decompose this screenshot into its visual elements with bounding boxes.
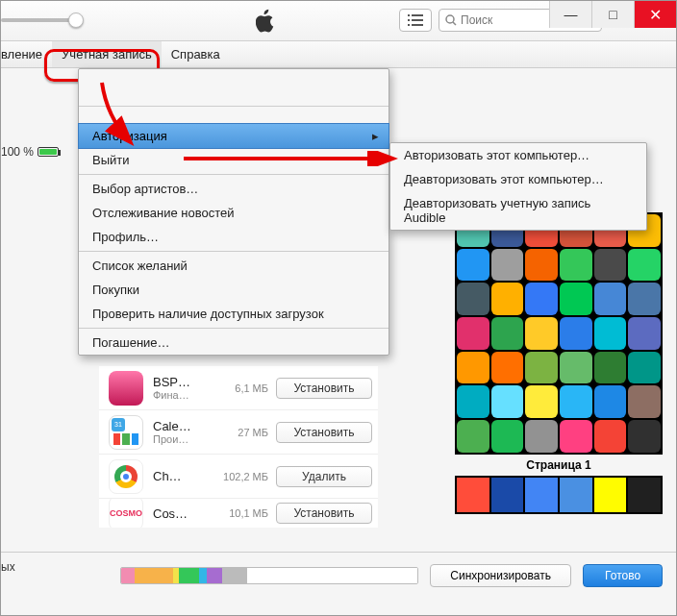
app-tile [491, 317, 524, 350]
dd-user-email [79, 86, 389, 104]
app-size: 6,1 МБ [220, 382, 268, 394]
search-placeholder: Поиск [461, 13, 492, 27]
dd-redeem[interactable]: Погашение… [79, 331, 389, 355]
app-tile [525, 385, 558, 418]
app-sub: Фина… [153, 389, 220, 401]
device-page-label: Страница 1 [455, 458, 663, 472]
sm-authorize-pc[interactable]: Авторизовать этот компьютер… [390, 143, 646, 167]
app-tile [628, 420, 661, 453]
app-tile [525, 249, 558, 282]
app-size: 27 МБ [220, 427, 268, 438]
app-tile [594, 283, 627, 315]
app-tile [628, 249, 661, 282]
app-icon: 31 [109, 415, 143, 450]
app-tile [628, 352, 661, 384]
dd-authorize[interactable]: Авторизация [78, 123, 389, 149]
app-tile [594, 420, 627, 453]
app-row[interactable]: COSMO Cos… 10,1 МБ Установить [99, 499, 378, 528]
install-button[interactable]: Установить [276, 378, 372, 399]
device-homescreen-2 [455, 476, 663, 514]
dd-purchases[interactable]: Покупки [79, 278, 389, 302]
app-tile [560, 352, 592, 384]
app-tile [457, 283, 489, 315]
dd-profile[interactable]: Профиль… [79, 225, 389, 249]
device-homescreen [455, 212, 663, 455]
chrome-icon [109, 459, 143, 494]
done-button[interactable]: Готово [583, 564, 663, 587]
dd-exit[interactable]: Выйти [79, 148, 389, 172]
menu-account[interactable]: Учетная запись [52, 41, 162, 67]
app-name: BSP… [153, 375, 220, 389]
app-tile [491, 385, 524, 418]
battery-status: 100 % [1, 145, 59, 159]
app-tile [491, 249, 524, 282]
remove-button[interactable]: Удалить [276, 466, 372, 487]
storage-segment [207, 568, 222, 583]
app-row[interactable]: 31 Cale…Прои… 27 МБ Установить [99, 410, 378, 455]
storage-segment [135, 568, 173, 583]
dd-wishlist[interactable]: Список желаний [79, 254, 389, 278]
app-row[interactable]: Ch… 102,2 МБ Удалить [99, 455, 378, 499]
app-tile [525, 317, 558, 350]
sync-button[interactable]: Синхронизировать [430, 564, 571, 587]
window-close-button[interactable]: ✕ [634, 1, 676, 28]
authorize-submenu: Авторизовать этот компьютер… Деавторизов… [389, 142, 647, 231]
install-button[interactable]: Установить [276, 422, 372, 443]
app-tile [594, 249, 627, 282]
app-tile [457, 352, 489, 384]
app-tile [491, 283, 524, 315]
storage-usage-bar [120, 567, 418, 584]
app-tile [594, 478, 627, 512]
storage-segment [121, 568, 135, 583]
app-tile [525, 352, 558, 384]
menu-view-cut[interactable]: вление [1, 41, 52, 67]
dd-disabled-line [79, 109, 389, 124]
window-minimize-button[interactable]: — [549, 1, 591, 28]
dd-choose-artists[interactable]: Выбор артистов… [79, 177, 389, 201]
app-tile [594, 352, 627, 384]
storage-segment [247, 568, 417, 583]
app-tile [491, 420, 524, 453]
dd-user-line [79, 69, 389, 86]
install-button[interactable]: Установить [276, 503, 372, 524]
list-view-button[interactable] [399, 9, 432, 32]
app-sub: Прои… [153, 433, 220, 445]
account-dropdown: Авторизация Выйти Выбор артистов… Отслеж… [78, 68, 389, 356]
app-tile [457, 317, 489, 350]
app-tile [457, 385, 489, 418]
app-name: Cos… [153, 506, 220, 521]
app-icon: COSMO [109, 499, 143, 528]
storage-segment [199, 568, 207, 583]
volume-slider-track[interactable] [1, 18, 78, 22]
app-size: 10,1 МБ [220, 507, 268, 519]
svg-point-0 [446, 15, 454, 23]
sidebar-label-cut: ых [1, 560, 15, 574]
apple-logo-icon [256, 9, 277, 34]
window-maximize-button[interactable]: □ [591, 1, 634, 28]
app-tile [457, 249, 489, 282]
menu-help[interactable]: Справка [162, 41, 230, 67]
app-name: Ch… [153, 469, 220, 483]
app-tile [594, 317, 627, 350]
storage-segment [179, 568, 200, 583]
app-name: Cale… [153, 419, 220, 433]
dd-check-downloads[interactable]: Проверить наличие доступных загрузок [79, 302, 389, 326]
app-row[interactable]: BSP…Фина… 6,1 МБ Установить [99, 366, 378, 410]
app-tile [628, 385, 661, 418]
volume-slider-thumb[interactable] [68, 12, 84, 28]
app-tile [457, 478, 489, 512]
app-tile [560, 420, 592, 453]
app-size: 102,2 МБ [220, 471, 268, 482]
sm-deauthorize-audible[interactable]: Деавторизовать учетную запись Audible [390, 191, 646, 230]
dd-news[interactable]: Отслеживание новостей [79, 201, 389, 225]
battery-percent: 100 % [1, 145, 34, 159]
app-tile [525, 420, 558, 453]
app-tile [491, 478, 524, 512]
app-tile [560, 317, 592, 350]
app-tile [628, 283, 661, 315]
app-tile [525, 283, 558, 315]
app-tile [525, 478, 558, 512]
app-tile [457, 420, 489, 453]
app-tile [628, 317, 661, 350]
sm-deauthorize-pc[interactable]: Деавторизовать этот компьютер… [390, 167, 646, 191]
